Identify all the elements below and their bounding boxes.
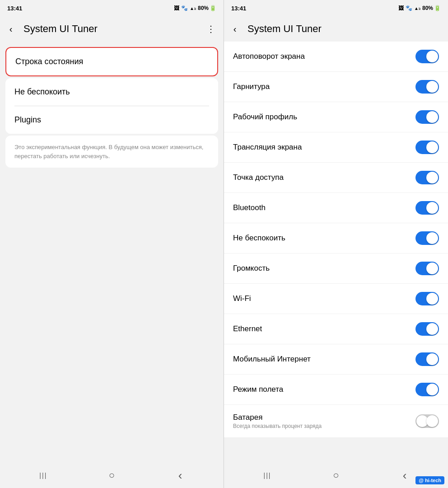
menu-item-plugins[interactable]: Plugins xyxy=(5,106,218,134)
menu-item-status-bar-label: Строка состояния xyxy=(15,57,208,66)
setting-row-do-not-disturb[interactable]: Не беспокоить xyxy=(224,223,448,253)
nav-menu-right[interactable]: ||| xyxy=(257,465,278,486)
toggle-volume[interactable] xyxy=(415,262,439,275)
toggle-screen-cast[interactable] xyxy=(415,141,439,154)
setting-row-volume[interactable]: Громкость xyxy=(224,253,448,284)
settings-list: Автоповорот экранаГарнитураРабочий профи… xyxy=(224,42,448,463)
nav-bar-left: ||| ○ ‹ xyxy=(0,463,224,488)
battery-icon-left: 80%🔋 xyxy=(198,5,216,11)
toggle-auto-rotate[interactable] xyxy=(415,50,439,63)
menu-icon-left: ||| xyxy=(39,472,47,479)
setting-row-auto-rotate[interactable]: Автоповорот экрана xyxy=(224,42,448,72)
menu-item-status-bar[interactable]: Строка состояния xyxy=(5,47,218,76)
page-title-left: System UI Tuner xyxy=(23,23,198,35)
setting-row-wifi[interactable]: Wi-Fi xyxy=(224,284,448,314)
toggle-bluetooth[interactable] xyxy=(415,201,439,215)
setting-label-text-headset: Гарнитура xyxy=(233,82,270,91)
time-right: 13:41 xyxy=(231,5,246,12)
home-icon-right: ○ xyxy=(333,469,339,481)
watermark: @ hi-tech xyxy=(415,476,444,484)
setting-row-airplane-mode[interactable]: Режим полета xyxy=(224,375,448,405)
more-button-left[interactable]: ⋮ xyxy=(202,20,220,38)
nav-home-left[interactable]: ○ xyxy=(101,465,122,486)
menu-item-plugins-label: Plugins xyxy=(14,115,209,125)
setting-label-text-battery: Батарея xyxy=(233,413,322,422)
menu-icon-right: ||| xyxy=(264,472,271,479)
setting-label-ethernet: Ethernet xyxy=(233,324,262,333)
nav-back-right[interactable]: ‹ xyxy=(394,465,415,486)
setting-label-text-wifi: Wi-Fi xyxy=(233,294,251,303)
setting-label-text-auto-rotate: Автоповорот экрана xyxy=(233,52,305,61)
paw-icon-right: 🐾 xyxy=(406,5,412,11)
setting-label-hotspot: Точка доступа xyxy=(233,173,284,182)
setting-row-mobile-data[interactable]: Мобильный Интернет xyxy=(224,344,448,375)
setting-label-volume: Громкость xyxy=(233,264,270,273)
toggle-mobile-data[interactable] xyxy=(415,352,439,366)
setting-label-do-not-disturb: Не беспокоить xyxy=(233,234,285,243)
setting-label-text-screen-cast: Трансляция экрана xyxy=(233,143,302,152)
setting-label-auto-rotate: Автоповорот экрана xyxy=(233,52,305,61)
setting-label-text-hotspot: Точка доступа xyxy=(233,173,284,182)
status-icons-left: 🖼 🐾 ▲ᵢₗ 80%🔋 xyxy=(174,5,216,11)
page-title-right: System UI Tuner xyxy=(247,23,444,35)
setting-row-ethernet[interactable]: Ethernet xyxy=(224,314,448,344)
setting-label-text-mobile-data: Мобильный Интернет xyxy=(233,355,311,364)
top-bar-left: ‹ System UI Tuner ⋮ xyxy=(0,16,224,42)
photo-icon-right: 🖼 xyxy=(398,5,404,11)
right-screen: 13:41 🖼 🐾 ▲ᵢₗ 80%🔋 ‹ System UI Tuner Авт… xyxy=(224,0,448,488)
top-bar-right: ‹ System UI Tuner xyxy=(224,16,448,42)
setting-label-battery: БатареяВсегда показывать процент заряда xyxy=(233,413,322,429)
battery-icon-right: 80%🔋 xyxy=(422,5,441,11)
setting-label-mobile-data: Мобильный Интернет xyxy=(233,355,311,364)
nav-bar-right: ||| ○ ‹ @ hi-tech xyxy=(224,463,448,488)
menu-item-dnd-label: Не беспокоить xyxy=(14,87,209,97)
setting-row-bluetooth[interactable]: Bluetooth xyxy=(224,193,448,223)
photo-icon: 🖼 xyxy=(174,5,179,11)
setting-label-text-volume: Громкость xyxy=(233,264,270,273)
back-icon-right: ‹ xyxy=(403,469,407,483)
setting-label-airplane-mode: Режим полета xyxy=(233,385,283,394)
setting-row-work-profile[interactable]: Рабочий профиль xyxy=(224,102,448,132)
back-button-left[interactable]: ‹ xyxy=(2,20,20,38)
toggle-airplane-mode[interactable] xyxy=(415,383,439,396)
nav-menu-left[interactable]: ||| xyxy=(33,465,54,486)
nav-back-left[interactable]: ‹ xyxy=(169,465,191,486)
setting-sublabel-battery: Всегда показывать процент заряда xyxy=(233,423,322,429)
back-icon-left: ‹ xyxy=(178,469,182,483)
info-card: Это экспериментальная функция. В будущем… xyxy=(5,136,218,168)
nav-home-right[interactable]: ○ xyxy=(325,465,347,486)
setting-label-wifi: Wi-Fi xyxy=(233,294,251,303)
info-text: Это экспериментальная функция. В будущем… xyxy=(14,143,209,160)
toggle-battery[interactable] xyxy=(415,414,439,428)
setting-label-text-airplane-mode: Режим полета xyxy=(233,385,283,394)
setting-row-screen-cast[interactable]: Трансляция экрана xyxy=(224,132,448,163)
home-icon-left: ○ xyxy=(109,469,115,481)
setting-label-text-work-profile: Рабочий профиль xyxy=(233,113,297,122)
setting-label-screen-cast: Трансляция экрана xyxy=(233,143,302,152)
status-icons-right: 🖼 🐾 ▲ᵢₗ 80%🔋 xyxy=(398,5,441,11)
toggle-hotspot[interactable] xyxy=(415,171,439,184)
setting-row-hotspot[interactable]: Точка доступа xyxy=(224,163,448,193)
toggle-work-profile[interactable] xyxy=(415,110,439,124)
status-bar-right: 13:41 🖼 🐾 ▲ᵢₗ 80%🔋 xyxy=(224,0,448,16)
toggle-wifi[interactable] xyxy=(415,292,439,305)
back-button-right[interactable]: ‹ xyxy=(226,20,244,38)
paw-icon: 🐾 xyxy=(181,5,188,11)
setting-row-battery[interactable]: БатареяВсегда показывать процент заряда xyxy=(224,405,448,438)
setting-label-text-do-not-disturb: Не беспокоить xyxy=(233,234,285,243)
left-screen: 13:41 🖼 🐾 ▲ᵢₗ 80%🔋 ‹ System UI Tuner ⋮ С… xyxy=(0,0,224,488)
toggle-headset[interactable] xyxy=(415,80,439,94)
content-left: Строка состояния Не беспокоить Plugins Э… xyxy=(0,42,224,463)
menu-card-main: Не беспокоить Plugins xyxy=(5,78,218,134)
toggle-do-not-disturb[interactable] xyxy=(415,231,439,245)
status-bar-left: 13:41 🖼 🐾 ▲ᵢₗ 80%🔋 xyxy=(0,0,224,16)
menu-item-do-not-disturb[interactable]: Не беспокоить xyxy=(5,78,218,106)
setting-label-headset: Гарнитура xyxy=(233,82,270,91)
toggle-ethernet[interactable] xyxy=(415,322,439,336)
setting-row-headset[interactable]: Гарнитура xyxy=(224,72,448,102)
time-left: 13:41 xyxy=(7,5,22,12)
setting-label-text-bluetooth: Bluetooth xyxy=(233,203,266,212)
wifi-signal-icon: ▲ᵢₗ xyxy=(190,6,196,11)
wifi-signal-icon-right: ▲ᵢₗ xyxy=(414,6,420,11)
settings-container: Автоповорот экранаГарнитураРабочий профи… xyxy=(224,42,448,438)
